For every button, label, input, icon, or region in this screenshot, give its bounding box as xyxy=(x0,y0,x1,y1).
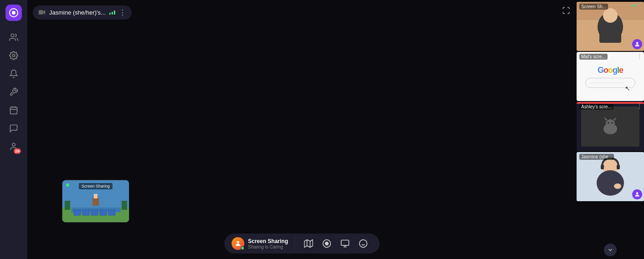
svg-rect-14 xyxy=(65,201,70,210)
participant-pill: Jasmine (she/her)'s... ⋮ xyxy=(33,5,132,20)
video-tile-4[interactable]: Jasmine (she... xyxy=(577,152,644,201)
svg-point-46 xyxy=(608,122,609,124)
svg-point-39 xyxy=(603,8,618,23)
svg-point-1 xyxy=(12,11,15,15)
emoji-button[interactable] xyxy=(354,236,373,251)
top-participant-bar: Jasmine (she/her)'s... ⋮ xyxy=(33,5,132,20)
sidebar-item-settings[interactable] xyxy=(5,47,22,64)
svg-point-55 xyxy=(636,192,639,194)
svg-rect-51 xyxy=(601,165,604,169)
svg-rect-17 xyxy=(94,194,97,198)
svg-rect-4 xyxy=(10,107,17,114)
tile-4-avatar xyxy=(632,189,642,199)
mini-tile-label: Screen Sharing xyxy=(79,183,112,189)
svg-point-54 xyxy=(614,183,621,189)
sidebar-item-notifications[interactable] xyxy=(5,66,22,82)
sidebar-item-calendar[interactable] xyxy=(5,102,22,118)
svg-rect-21 xyxy=(100,210,107,215)
tile-1-signal xyxy=(631,4,635,7)
tile-1-label: Screen Sh... xyxy=(579,4,608,10)
video-tile-2[interactable]: Google ↖ Mat's scre... ⋮ xyxy=(577,52,644,101)
cursor-icon: ↖ xyxy=(625,85,630,92)
online-dot xyxy=(240,246,244,250)
screen-button[interactable] xyxy=(336,236,354,251)
svg-point-8 xyxy=(12,143,15,147)
svg-point-28 xyxy=(325,242,328,245)
svg-rect-15 xyxy=(122,201,127,210)
svg-point-32 xyxy=(359,240,367,248)
video-tile-3[interactable]: Ashley's scre... ⋮ xyxy=(577,102,644,151)
scroll-down-button[interactable] xyxy=(604,244,617,256)
google-logo: Google xyxy=(598,66,623,75)
svg-point-3 xyxy=(13,55,15,57)
svg-rect-52 xyxy=(617,165,620,169)
sidebar-item-group[interactable]: 29 xyxy=(5,138,22,155)
sidebar-item-tools[interactable] xyxy=(5,84,22,100)
screen-share-title: Screen Sharing xyxy=(248,238,288,244)
tile-2-more[interactable]: ⋮ xyxy=(637,53,642,59)
tile-1-avatar xyxy=(632,39,642,49)
tile-4-label: Jasmine (she... xyxy=(579,154,614,160)
mini-screen-share-tile[interactable]: Screen Sharing xyxy=(62,180,129,223)
tile-3-more[interactable]: ⋮ xyxy=(637,103,642,109)
svg-point-41 xyxy=(636,42,639,44)
more-options-button[interactable]: ⋮ xyxy=(119,8,126,17)
tile-3-label: Ashley's scre... xyxy=(579,104,613,110)
tile-2-label: Mat's scre... xyxy=(579,54,608,60)
svg-rect-22 xyxy=(108,210,115,215)
bottom-toolbar: Screen Sharing Sharing is Caring xyxy=(224,234,379,254)
svg-rect-40 xyxy=(599,25,621,43)
svg-rect-19 xyxy=(82,210,89,215)
screen-share-subtitle: Sharing is Caring xyxy=(248,244,288,249)
svg-marker-44 xyxy=(604,117,608,121)
right-panel-wrapper: Screen Sh... ⋮ Google xyxy=(577,0,644,259)
video-tile-1[interactable]: Screen Sh... ⋮ xyxy=(577,2,644,51)
screen-share-avatar xyxy=(231,237,244,250)
cat-image xyxy=(581,107,639,147)
svg-rect-20 xyxy=(91,210,98,215)
mini-tile-content: Screen Sharing xyxy=(62,180,129,222)
screen-share-info: Screen Sharing Sharing is Caring xyxy=(231,237,295,250)
participant-name: Jasmine (she/her)'s... xyxy=(49,9,106,16)
main-video-area: Jasmine (she/her)'s... ⋮ xyxy=(27,0,577,259)
right-panel: Screen Sh... ⋮ Google xyxy=(577,0,644,259)
svg-point-47 xyxy=(611,122,613,124)
svg-point-23 xyxy=(237,241,239,244)
sidebar: 29 xyxy=(0,0,27,259)
svg-point-43 xyxy=(606,119,615,127)
sidebar-item-people[interactable] xyxy=(5,29,22,46)
record-button[interactable] xyxy=(318,236,336,251)
app-logo[interactable] xyxy=(5,5,22,21)
signal-strength xyxy=(109,10,115,15)
svg-point-2 xyxy=(11,34,14,37)
tile-1-more[interactable]: ⋮ xyxy=(637,3,642,9)
expand-button[interactable] xyxy=(562,6,570,17)
map-button[interactable] xyxy=(300,236,318,251)
svg-rect-9 xyxy=(39,10,43,14)
svg-rect-16 xyxy=(92,198,99,206)
svg-marker-10 xyxy=(43,10,46,14)
screen-share-text: Screen Sharing Sharing is Caring xyxy=(248,238,288,249)
svg-marker-24 xyxy=(304,240,312,248)
svg-point-53 xyxy=(597,170,624,196)
svg-rect-18 xyxy=(74,210,81,215)
svg-rect-29 xyxy=(341,240,349,246)
sidebar-item-chat[interactable] xyxy=(5,120,22,137)
svg-marker-45 xyxy=(613,117,617,121)
camera-icon xyxy=(38,9,46,16)
group-badge: 29 xyxy=(14,148,21,154)
